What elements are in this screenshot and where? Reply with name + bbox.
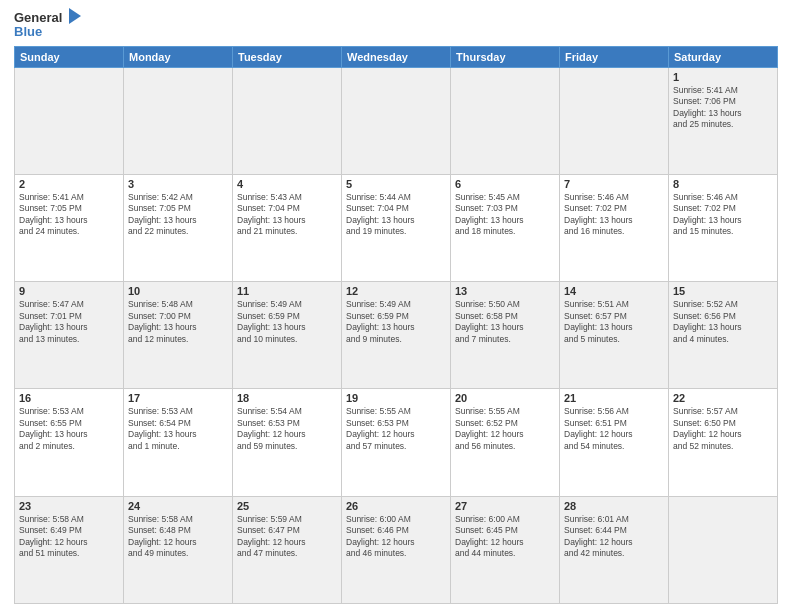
calendar-cell — [669, 496, 778, 603]
day-info: Sunrise: 5:58 AM Sunset: 6:48 PM Dayligh… — [128, 514, 228, 560]
day-number: 1 — [673, 71, 773, 83]
calendar-cell: 15Sunrise: 5:52 AM Sunset: 6:56 PM Dayli… — [669, 282, 778, 389]
calendar-cell — [233, 67, 342, 174]
calendar-cell: 12Sunrise: 5:49 AM Sunset: 6:59 PM Dayli… — [342, 282, 451, 389]
day-info: Sunrise: 5:49 AM Sunset: 6:59 PM Dayligh… — [237, 299, 337, 345]
header-wednesday: Wednesday — [342, 46, 451, 67]
header-thursday: Thursday — [451, 46, 560, 67]
calendar-cell: 22Sunrise: 5:57 AM Sunset: 6:50 PM Dayli… — [669, 389, 778, 496]
calendar-cell: 9Sunrise: 5:47 AM Sunset: 7:01 PM Daylig… — [15, 282, 124, 389]
day-number: 9 — [19, 285, 119, 297]
day-info: Sunrise: 6:00 AM Sunset: 6:45 PM Dayligh… — [455, 514, 555, 560]
calendar-cell: 2Sunrise: 5:41 AM Sunset: 7:05 PM Daylig… — [15, 174, 124, 281]
day-number: 4 — [237, 178, 337, 190]
day-number: 24 — [128, 500, 228, 512]
calendar-cell: 3Sunrise: 5:42 AM Sunset: 7:05 PM Daylig… — [124, 174, 233, 281]
calendar-cell: 27Sunrise: 6:00 AM Sunset: 6:45 PM Dayli… — [451, 496, 560, 603]
calendar-cell — [124, 67, 233, 174]
day-number: 25 — [237, 500, 337, 512]
day-number: 8 — [673, 178, 773, 190]
day-number: 28 — [564, 500, 664, 512]
calendar-cell: 17Sunrise: 5:53 AM Sunset: 6:54 PM Dayli… — [124, 389, 233, 496]
day-info: Sunrise: 5:41 AM Sunset: 7:05 PM Dayligh… — [19, 192, 119, 238]
day-info: Sunrise: 5:52 AM Sunset: 6:56 PM Dayligh… — [673, 299, 773, 345]
calendar-cell: 14Sunrise: 5:51 AM Sunset: 6:57 PM Dayli… — [560, 282, 669, 389]
calendar-cell — [451, 67, 560, 174]
calendar-cell: 24Sunrise: 5:58 AM Sunset: 6:48 PM Dayli… — [124, 496, 233, 603]
day-number: 27 — [455, 500, 555, 512]
day-info: Sunrise: 5:48 AM Sunset: 7:00 PM Dayligh… — [128, 299, 228, 345]
day-number: 6 — [455, 178, 555, 190]
day-info: Sunrise: 5:46 AM Sunset: 7:02 PM Dayligh… — [564, 192, 664, 238]
calendar-week-row: 1Sunrise: 5:41 AM Sunset: 7:06 PM Daylig… — [15, 67, 778, 174]
day-info: Sunrise: 6:00 AM Sunset: 6:46 PM Dayligh… — [346, 514, 446, 560]
calendar-cell: 18Sunrise: 5:54 AM Sunset: 6:53 PM Dayli… — [233, 389, 342, 496]
calendar-week-row: 9Sunrise: 5:47 AM Sunset: 7:01 PM Daylig… — [15, 282, 778, 389]
header-saturday: Saturday — [669, 46, 778, 67]
page: General Blue Sunday Monday Tuesday Wedne… — [0, 0, 792, 612]
calendar-cell: 26Sunrise: 6:00 AM Sunset: 6:46 PM Dayli… — [342, 496, 451, 603]
day-number: 2 — [19, 178, 119, 190]
day-number: 16 — [19, 392, 119, 404]
calendar-cell: 7Sunrise: 5:46 AM Sunset: 7:02 PM Daylig… — [560, 174, 669, 281]
day-number: 3 — [128, 178, 228, 190]
day-info: Sunrise: 5:56 AM Sunset: 6:51 PM Dayligh… — [564, 406, 664, 452]
day-info: Sunrise: 6:01 AM Sunset: 6:44 PM Dayligh… — [564, 514, 664, 560]
day-number: 11 — [237, 285, 337, 297]
calendar-table: Sunday Monday Tuesday Wednesday Thursday… — [14, 46, 778, 604]
day-number: 18 — [237, 392, 337, 404]
day-info: Sunrise: 5:51 AM Sunset: 6:57 PM Dayligh… — [564, 299, 664, 345]
header: General Blue — [14, 10, 778, 40]
day-number: 14 — [564, 285, 664, 297]
calendar-cell: 1Sunrise: 5:41 AM Sunset: 7:06 PM Daylig… — [669, 67, 778, 174]
day-number: 26 — [346, 500, 446, 512]
day-info: Sunrise: 5:58 AM Sunset: 6:49 PM Dayligh… — [19, 514, 119, 560]
logo: General Blue — [14, 10, 80, 40]
day-info: Sunrise: 5:55 AM Sunset: 6:53 PM Dayligh… — [346, 406, 446, 452]
calendar-cell: 6Sunrise: 5:45 AM Sunset: 7:03 PM Daylig… — [451, 174, 560, 281]
header-friday: Friday — [560, 46, 669, 67]
calendar-cell: 28Sunrise: 6:01 AM Sunset: 6:44 PM Dayli… — [560, 496, 669, 603]
calendar-week-row: 2Sunrise: 5:41 AM Sunset: 7:05 PM Daylig… — [15, 174, 778, 281]
calendar-cell: 8Sunrise: 5:46 AM Sunset: 7:02 PM Daylig… — [669, 174, 778, 281]
day-info: Sunrise: 5:45 AM Sunset: 7:03 PM Dayligh… — [455, 192, 555, 238]
day-number: 23 — [19, 500, 119, 512]
day-info: Sunrise: 5:57 AM Sunset: 6:50 PM Dayligh… — [673, 406, 773, 452]
day-info: Sunrise: 5:43 AM Sunset: 7:04 PM Dayligh… — [237, 192, 337, 238]
calendar-cell: 25Sunrise: 5:59 AM Sunset: 6:47 PM Dayli… — [233, 496, 342, 603]
calendar-cell: 5Sunrise: 5:44 AM Sunset: 7:04 PM Daylig… — [342, 174, 451, 281]
day-number: 22 — [673, 392, 773, 404]
calendar-cell: 10Sunrise: 5:48 AM Sunset: 7:00 PM Dayli… — [124, 282, 233, 389]
day-number: 5 — [346, 178, 446, 190]
day-number: 15 — [673, 285, 773, 297]
day-info: Sunrise: 5:50 AM Sunset: 6:58 PM Dayligh… — [455, 299, 555, 345]
day-number: 10 — [128, 285, 228, 297]
day-info: Sunrise: 5:59 AM Sunset: 6:47 PM Dayligh… — [237, 514, 337, 560]
calendar-week-row: 16Sunrise: 5:53 AM Sunset: 6:55 PM Dayli… — [15, 389, 778, 496]
day-info: Sunrise: 5:55 AM Sunset: 6:52 PM Dayligh… — [455, 406, 555, 452]
day-info: Sunrise: 5:53 AM Sunset: 6:55 PM Dayligh… — [19, 406, 119, 452]
calendar-cell: 19Sunrise: 5:55 AM Sunset: 6:53 PM Dayli… — [342, 389, 451, 496]
header-tuesday: Tuesday — [233, 46, 342, 67]
calendar-cell — [560, 67, 669, 174]
day-info: Sunrise: 5:41 AM Sunset: 7:06 PM Dayligh… — [673, 85, 773, 131]
calendar-cell: 20Sunrise: 5:55 AM Sunset: 6:52 PM Dayli… — [451, 389, 560, 496]
calendar-cell: 21Sunrise: 5:56 AM Sunset: 6:51 PM Dayli… — [560, 389, 669, 496]
calendar-cell: 4Sunrise: 5:43 AM Sunset: 7:04 PM Daylig… — [233, 174, 342, 281]
day-info: Sunrise: 5:53 AM Sunset: 6:54 PM Dayligh… — [128, 406, 228, 452]
logo-blue-text: Blue — [14, 25, 80, 39]
calendar-cell: 16Sunrise: 5:53 AM Sunset: 6:55 PM Dayli… — [15, 389, 124, 496]
day-number: 21 — [564, 392, 664, 404]
header-monday: Monday — [124, 46, 233, 67]
day-info: Sunrise: 5:54 AM Sunset: 6:53 PM Dayligh… — [237, 406, 337, 452]
header-sunday: Sunday — [15, 46, 124, 67]
calendar-cell: 23Sunrise: 5:58 AM Sunset: 6:49 PM Dayli… — [15, 496, 124, 603]
day-number: 20 — [455, 392, 555, 404]
day-info: Sunrise: 5:47 AM Sunset: 7:01 PM Dayligh… — [19, 299, 119, 345]
day-number: 19 — [346, 392, 446, 404]
day-number: 17 — [128, 392, 228, 404]
day-info: Sunrise: 5:42 AM Sunset: 7:05 PM Dayligh… — [128, 192, 228, 238]
day-number: 12 — [346, 285, 446, 297]
day-info: Sunrise: 5:46 AM Sunset: 7:02 PM Dayligh… — [673, 192, 773, 238]
weekday-header-row: Sunday Monday Tuesday Wednesday Thursday… — [15, 46, 778, 67]
